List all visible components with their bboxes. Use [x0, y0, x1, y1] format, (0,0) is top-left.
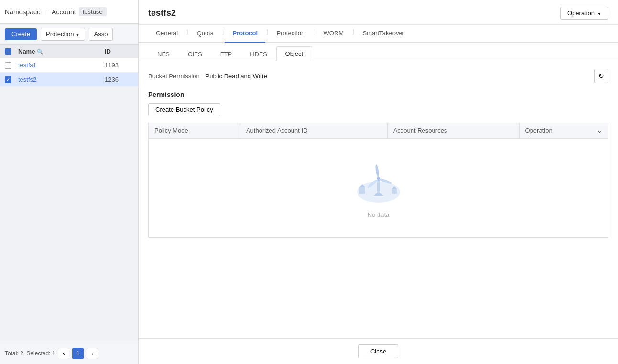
panel-title: testfs2	[148, 8, 176, 18]
account-value: testuse	[79, 7, 107, 16]
row2-checkbox[interactable]	[5, 76, 11, 83]
svg-rect-9	[392, 189, 397, 194]
col-id-header: ID	[105, 48, 133, 55]
tab-general[interactable]: General	[148, 25, 185, 43]
operation-col-chevron: ⌄	[597, 127, 602, 134]
operation-chevron-icon	[597, 10, 601, 17]
tab-smarttakeover[interactable]: SmartTakeover	[355, 25, 412, 43]
select-all-checkbox[interactable]	[5, 48, 11, 55]
policy-table: Policy Mode Authorized Account ID Accoun…	[148, 123, 608, 238]
row2-name[interactable]: testfs2	[18, 76, 101, 83]
svg-rect-1	[377, 179, 380, 196]
protection-chevron-icon	[76, 31, 80, 38]
table-header: Name ID	[0, 45, 138, 58]
tab-sep-4: |	[313, 28, 314, 40]
row1-id: 1193	[105, 62, 133, 69]
account-label: Account	[52, 8, 76, 16]
col-authorized-account-id: Authorized Account ID	[240, 123, 387, 139]
page-1-button[interactable]: 1	[72, 348, 84, 359]
table-row[interactable]: testfs1 1193	[0, 58, 138, 73]
tab-hdfs[interactable]: HDFS	[241, 47, 276, 61]
tab-nfs[interactable]: NFS	[148, 47, 179, 61]
tab-cifs[interactable]: CIFS	[179, 47, 211, 61]
protection-button[interactable]: Protection	[41, 28, 85, 41]
namespace-nav[interactable]: Namespace	[5, 8, 41, 16]
svg-rect-7	[359, 187, 365, 194]
svg-point-4	[374, 164, 379, 178]
panel-footer: Close	[139, 338, 618, 364]
tab-ftp[interactable]: FTP	[211, 47, 241, 61]
create-bucket-policy-button[interactable]: Create Bucket Policy	[148, 103, 220, 116]
row1-name[interactable]: testfs1	[18, 62, 101, 69]
tab-object[interactable]: Object	[276, 46, 313, 61]
tab-protection[interactable]: Protection	[269, 25, 313, 43]
empty-state: No data	[149, 139, 608, 237]
panel-content: Bucket Permission Public Read and Write …	[139, 61, 618, 338]
permission-section-title: Permission	[148, 91, 608, 98]
bucket-permission-row: Bucket Permission Public Read and Write …	[148, 69, 608, 83]
tab-quota[interactable]: Quota	[189, 25, 221, 43]
tab-worm[interactable]: WORM	[316, 25, 352, 43]
tab-protocol[interactable]: Protocol	[225, 25, 265, 43]
bucket-permission-label: Bucket Permission	[148, 73, 200, 80]
next-page-button[interactable]: ›	[87, 348, 98, 359]
bucket-permission-value: Public Read and Write	[206, 73, 267, 80]
close-button[interactable]: Close	[358, 344, 398, 358]
create-button[interactable]: Create	[5, 28, 37, 40]
main-panel: testfs2 Operation General | Quota | Prot…	[139, 0, 618, 364]
sidebar: Namespace | Account testuse Create Prote…	[0, 0, 139, 364]
wind-turbine-illustration	[350, 158, 407, 205]
row1-checkbox[interactable]	[5, 62, 11, 69]
col-operation: Operation ⌄	[519, 123, 608, 139]
tab-sep-3: |	[266, 28, 268, 40]
name-search-icon[interactable]	[37, 48, 43, 55]
col-policy-mode: Policy Mode	[149, 123, 240, 139]
tab-sep-2: |	[222, 28, 224, 40]
operation-label: Operation	[567, 10, 595, 17]
panel-header: testfs2 Operation	[139, 0, 618, 25]
pagination-total: Total: 2, Selected: 1	[5, 350, 55, 357]
tab-sep-1: |	[186, 28, 188, 40]
pagination-footer: Total: 2, Selected: 1 ‹ 1 ›	[0, 343, 138, 364]
col-name-header: Name	[18, 48, 101, 55]
row2-id: 1236	[105, 76, 133, 83]
col-account-resources: Account Resources	[387, 123, 519, 139]
associate-button[interactable]: Asso	[89, 28, 113, 41]
sub-tabs: NFS CIFS FTP HDFS Object	[139, 43, 618, 61]
operation-button[interactable]: Operation	[560, 7, 608, 20]
prev-page-button[interactable]: ‹	[58, 348, 69, 359]
tab-sep-5: |	[352, 28, 354, 40]
no-data-text: No data	[368, 211, 390, 218]
refresh-button[interactable]: ↻	[594, 69, 608, 83]
nav-separator-1: |	[45, 8, 47, 15]
sidebar-header: Namespace | Account testuse	[0, 0, 138, 24]
sidebar-toolbar: Create Protection Asso	[0, 24, 138, 45]
table-row[interactable]: testfs2 1236	[0, 73, 138, 87]
main-tabs: General | Quota | Protocol | Protection …	[139, 25, 618, 43]
protection-label: Protection	[46, 31, 74, 38]
